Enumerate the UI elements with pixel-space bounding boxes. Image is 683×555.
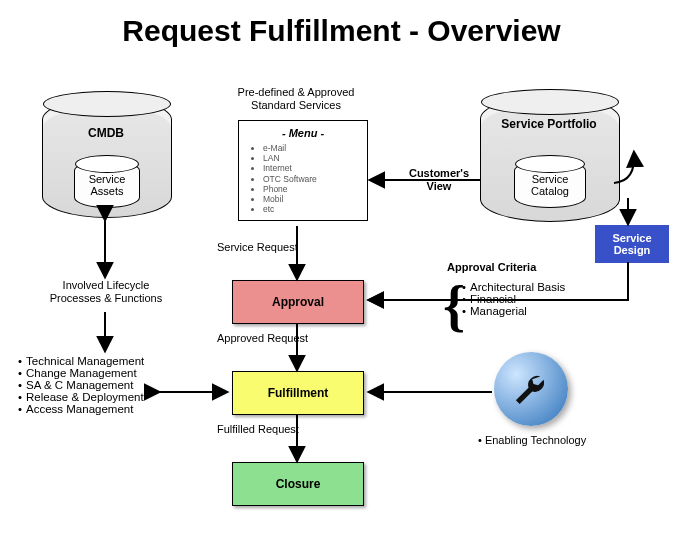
menu-header: Pre-defined & Approved Standard Services — [216, 86, 376, 112]
service-design-box: Service Design — [595, 225, 669, 263]
lifecycle-item: Technical Management — [18, 355, 144, 367]
menu-item: etc — [263, 204, 357, 214]
portfolio-cylinder: Service Portfolio Service Catalog — [480, 96, 618, 220]
criteria-item: Managerial — [462, 305, 565, 317]
approval-criteria-list: Architectural Basis Financial Managerial — [462, 281, 565, 317]
portfolio-inner-label: Service Catalog — [515, 173, 585, 197]
approved-request-label: Approved Request — [217, 332, 308, 344]
lifecycle-item: Change Management — [18, 367, 144, 379]
enabling-tech-label: • Enabling Technology — [478, 434, 586, 446]
menu-item: e-Mail — [263, 143, 357, 153]
customers-view-label: Customer's View — [398, 167, 480, 192]
page-title: Request Fulfillment - Overview — [0, 14, 683, 48]
lifecycle-item: SA & C Management — [18, 379, 144, 391]
cmdb-label: CMDB — [42, 126, 170, 140]
criteria-item: Financial — [462, 293, 565, 305]
menu-item: Mobil — [263, 194, 357, 204]
menu-title: - Menu - — [249, 127, 357, 139]
approval-box: Approval — [232, 280, 364, 324]
menu-item: Phone — [263, 184, 357, 194]
menu-item: Internet — [263, 163, 357, 173]
menu-item: LAN — [263, 153, 357, 163]
cmdb-cylinder: CMDB Service Assets — [42, 98, 170, 216]
service-request-label: Service Request — [217, 241, 298, 253]
closure-box: Closure — [232, 462, 364, 506]
lifecycle-item: Access Management — [18, 403, 144, 415]
menu-item: OTC Software — [263, 174, 357, 184]
lifecycle-item: Release & Deployment — [18, 391, 144, 403]
fulfillment-box: Fulfillment — [232, 371, 364, 415]
wrench-icon — [494, 352, 568, 426]
menu-list: e-Mail LAN Internet OTC Software Phone M… — [263, 143, 357, 214]
cmdb-inner-label: Service Assets — [75, 173, 139, 197]
menu-box: - Menu - e-Mail LAN Internet OTC Softwar… — [238, 120, 368, 221]
involved-lifecycle-label: Involved Lifecycle Processes & Functions — [36, 279, 176, 305]
approval-criteria-title: Approval Criteria — [447, 261, 536, 273]
criteria-item: Architectural Basis — [462, 281, 565, 293]
portfolio-label: Service Portfolio — [480, 118, 618, 132]
lifecycle-list: Technical Management Change Management S… — [18, 355, 144, 415]
fulfilled-request-label: Fulfilled Request — [217, 423, 299, 435]
